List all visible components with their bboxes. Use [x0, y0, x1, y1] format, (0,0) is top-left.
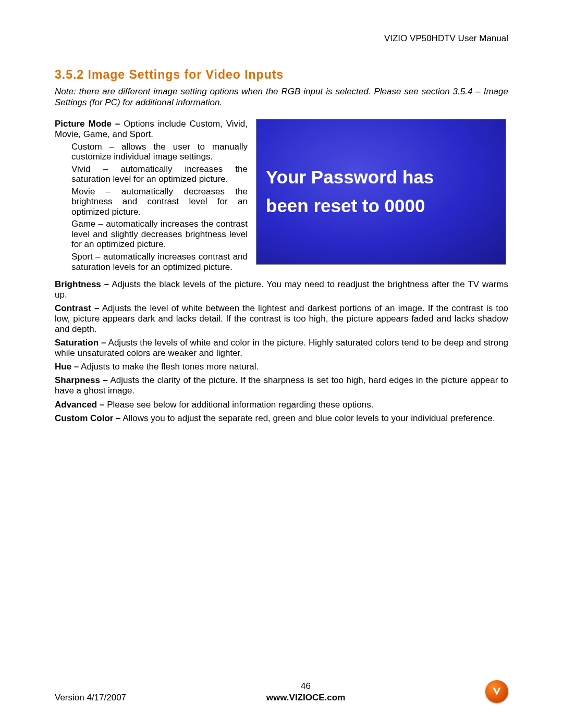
list-item: Game – automatically increases the contr…: [71, 219, 248, 250]
manual-page: VIZIO VP50HDTV User Manual 3.5.2 Image S…: [0, 0, 563, 728]
para-label: Saturation –: [55, 338, 106, 348]
para-text: Adjusts to make the flesh tones more nat…: [79, 362, 259, 372]
paragraph-custom-color: Custom Color – Allows you to adjust the …: [55, 413, 508, 424]
para-text: Adjusts the clarity of the picture. If t…: [55, 375, 508, 396]
picture-mode-list: Custom – allows the user to manually cus…: [55, 142, 248, 273]
list-item: Sport – automatically increases contrast…: [71, 252, 248, 272]
tv-screenshot: Your Password has been reset to 0000: [256, 119, 506, 265]
picture-mode-block: Picture Mode – Options include Custom, V…: [55, 119, 248, 275]
tv-line-2: been reset to 0000: [266, 195, 425, 216]
para-text: Adjusts the level of white between the l…: [55, 303, 508, 334]
para-label: Brightness –: [55, 279, 109, 289]
v-icon: [491, 686, 503, 697]
para-text: Adjusts the levels of white and color in…: [55, 338, 508, 358]
para-label: Sharpness –: [55, 375, 108, 385]
paragraph-sharpness: Sharpness – Adjusts the clarity of the p…: [55, 375, 508, 396]
footer-page-number: 46: [126, 681, 485, 692]
list-item: Custom – allows the user to manually cus…: [71, 142, 248, 162]
section-title-text: Image Settings for Video Inputs: [88, 68, 284, 81]
section-heading: 3.5.2 Image Settings for Video Inputs: [55, 68, 508, 82]
picture-mode-intro: Picture Mode – Options include Custom, V…: [55, 119, 248, 140]
two-column-block: Picture Mode – Options include Custom, V…: [55, 119, 508, 275]
para-label: Custom Color –: [55, 413, 121, 423]
paragraph-saturation: Saturation – Adjusts the levels of white…: [55, 338, 508, 359]
tv-line-1: Your Password has: [266, 167, 434, 187]
picture-mode-label: Picture Mode –: [55, 119, 120, 129]
vizio-logo-icon: [485, 680, 508, 703]
para-label: Advanced –: [55, 400, 104, 410]
para-label: Hue –: [55, 362, 79, 372]
paragraph-contrast: Contrast – Adjusts the level of white be…: [55, 303, 508, 335]
para-text: Allows you to adjust the separate red, g…: [121, 413, 495, 423]
paragraph-brightness: Brightness – Adjusts the black levels of…: [55, 279, 508, 300]
section-number: 3.5.2: [55, 68, 84, 81]
para-text: Please see below for additional informat…: [104, 400, 373, 410]
footer-url: www.VIZIOCE.com: [126, 693, 485, 703]
paragraph-advanced: Advanced – Please see below for addition…: [55, 400, 508, 410]
screenshot-block: Your Password has been reset to 0000: [256, 119, 508, 265]
paragraph-hue: Hue – Adjusts to make the flesh tones mo…: [55, 362, 508, 372]
list-item: Movie – automatically decreases the brig…: [71, 187, 248, 217]
footer-center: 46 www.VIZIOCE.com: [126, 681, 485, 703]
para-label: Contrast –: [55, 303, 100, 313]
list-item: Vivid – automatically increases the satu…: [71, 164, 248, 184]
tv-screenshot-text: Your Password has been reset to 0000: [266, 163, 434, 220]
section-note: Note: there are different image setting …: [55, 86, 508, 108]
page-footer: Version 4/17/2007 46 www.VIZIOCE.com: [55, 680, 508, 703]
para-text: Adjusts the black levels of the picture.…: [55, 279, 508, 300]
page-header-title: VIZIO VP50HDTV User Manual: [55, 33, 508, 44]
footer-version: Version 4/17/2007: [55, 693, 126, 703]
